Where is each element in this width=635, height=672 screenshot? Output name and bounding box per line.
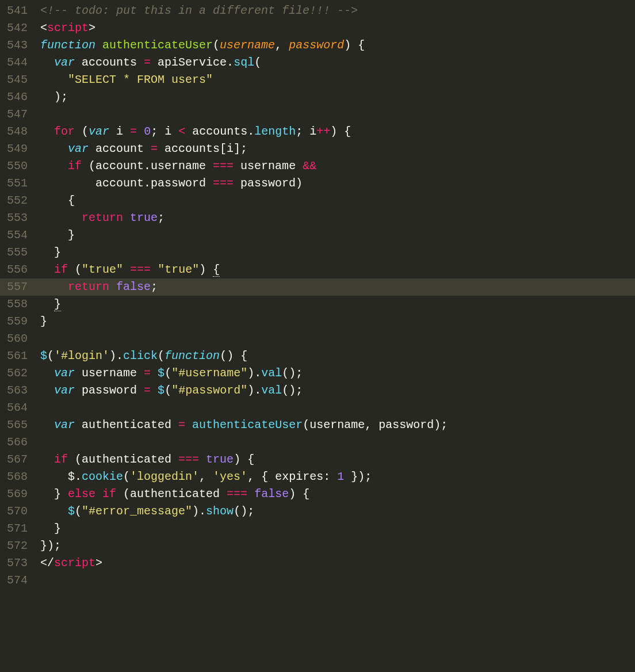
code-token: ). <box>247 366 261 380</box>
code-line[interactable] <box>38 572 635 589</box>
code-token <box>40 56 54 69</box>
code-token: script <box>47 21 89 35</box>
code-line[interactable]: var authenticated = authenticateUser(use… <box>38 417 635 434</box>
code-line[interactable]: return true; <box>38 209 635 227</box>
code-token: = <box>144 366 151 380</box>
line-number: 546 <box>0 89 38 106</box>
code-token: > <box>89 21 95 35</box>
code-token: val <box>261 366 282 380</box>
code-token: "SELECT * FROM users" <box>68 73 213 86</box>
code-line[interactable]: "SELECT * FROM users" <box>38 71 635 89</box>
code-token <box>95 487 102 501</box>
code-line[interactable] <box>38 330 635 348</box>
code-line[interactable]: var account = accounts[i]; <box>38 140 635 158</box>
code-line[interactable]: </script> <box>38 555 635 572</box>
code-token: ( <box>165 384 171 397</box>
code-line[interactable]: for (var i = 0; i < accounts.length; i++… <box>38 123 635 140</box>
code-line[interactable]: <!-- todo: put this in a different file!… <box>38 2 635 20</box>
code-line[interactable]: if ("true" === "true") { <box>38 261 635 278</box>
code-token: true <box>206 453 234 466</box>
code-token: click <box>123 349 158 362</box>
code-token <box>151 384 158 397</box>
code-token: === <box>213 177 234 190</box>
code-token <box>247 487 254 501</box>
code-token: > <box>95 556 102 570</box>
code-line[interactable]: $('#login').click(function() { <box>38 348 635 365</box>
code-line[interactable]: } <box>38 313 635 330</box>
line-number: 563 <box>0 382 38 399</box>
code-editor[interactable]: 5415425435445455465475485495505515525535… <box>0 0 635 672</box>
code-token: } <box>54 297 61 311</box>
code-token: 1 <box>337 470 344 483</box>
line-number: 566 <box>0 434 38 451</box>
code-token: === <box>213 159 234 173</box>
code-line[interactable]: $.cookie('loggedin', 'yes', { expires: 1… <box>38 468 635 486</box>
code-token: return <box>82 211 123 224</box>
code-line[interactable]: <script> <box>38 20 635 37</box>
code-token: (account.username <box>82 159 213 173</box>
code-token: ). <box>109 349 123 362</box>
code-area[interactable]: <!-- todo: put this in a different file!… <box>38 0 635 672</box>
code-token: < <box>178 125 185 138</box>
code-line[interactable]: var username = $("#username").val(); <box>38 365 635 382</box>
code-line[interactable]: if (account.username === username && <box>38 158 635 175</box>
code-token: , { expires: <box>247 470 337 483</box>
code-token: (); <box>234 505 254 518</box>
code-token: var <box>54 418 75 432</box>
line-number: 560 <box>0 330 38 348</box>
code-token: ); <box>40 90 68 104</box>
line-number: 569 <box>0 486 38 503</box>
code-line[interactable]: account.password === password) <box>38 175 635 192</box>
code-line[interactable]: } else if (authenticated === false) { <box>38 486 635 503</box>
code-token <box>40 384 54 397</box>
code-token <box>40 505 68 518</box>
code-line[interactable] <box>38 434 635 451</box>
code-token: var <box>54 56 75 69</box>
code-line[interactable]: } <box>38 520 635 537</box>
code-line[interactable]: }); <box>38 537 635 555</box>
code-token: authenticated <box>75 418 178 432</box>
code-token: cookie <box>82 470 123 483</box>
code-token: '#login' <box>54 349 109 362</box>
line-number: 562 <box>0 365 38 382</box>
code-token: } <box>40 315 47 328</box>
code-token <box>137 125 144 138</box>
code-line[interactable]: { <box>38 192 635 209</box>
code-token: if <box>102 487 116 501</box>
code-token: ( <box>254 56 261 69</box>
code-line[interactable]: function authenticateUser(username, pass… <box>38 37 635 54</box>
code-token <box>40 142 68 155</box>
line-number: 558 <box>0 296 38 313</box>
code-token <box>40 366 54 380</box>
code-token: ) { <box>330 125 351 138</box>
code-token: password <box>75 384 144 397</box>
code-line[interactable]: } <box>38 296 635 313</box>
code-token <box>123 263 130 276</box>
code-line[interactable]: var password = $("#password").val(); <box>38 382 635 399</box>
code-line[interactable]: ); <box>38 89 635 106</box>
code-token: $ <box>68 505 75 518</box>
line-number: 572 <box>0 537 38 555</box>
code-token: accounts[i]; <box>158 142 247 155</box>
code-line[interactable]: if (authenticated === true) { <box>38 451 635 468</box>
code-line[interactable]: var accounts = apiService.sql( <box>38 54 635 71</box>
code-token <box>40 125 54 138</box>
code-token <box>282 39 289 52</box>
code-line[interactable]: } <box>38 227 635 244</box>
code-line[interactable]: $("#error_message").show(); <box>38 503 635 520</box>
code-token: false <box>116 280 151 293</box>
code-token <box>123 211 130 224</box>
code-line[interactable] <box>38 399 635 417</box>
code-token: ++ <box>316 125 330 138</box>
code-token: username <box>220 39 275 52</box>
code-token: { <box>40 194 75 207</box>
code-line[interactable]: } <box>38 244 635 261</box>
line-number: 552 <box>0 192 38 209</box>
code-token: ; i <box>296 125 316 138</box>
code-token: <!-- todo: put this in a different file!… <box>40 4 358 17</box>
code-line[interactable] <box>38 106 635 123</box>
code-token: "true" <box>82 263 123 276</box>
code-token: account.password <box>40 177 213 190</box>
code-token: () { <box>220 349 247 362</box>
code-line[interactable]: return false; <box>38 278 635 296</box>
